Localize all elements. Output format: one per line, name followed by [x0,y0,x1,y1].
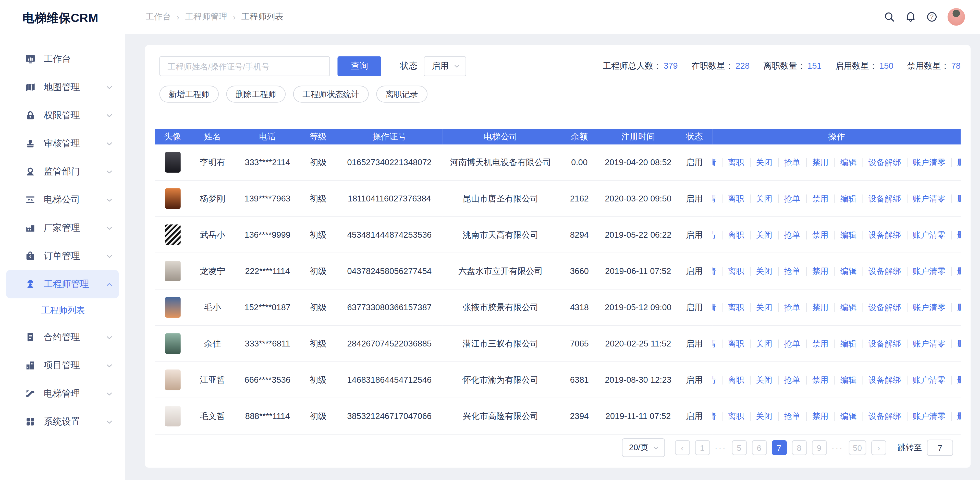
row-action-link[interactable]: 关闭 [750,158,778,166]
sidebar-item-audit[interactable]: 审核管理 [0,129,125,158]
row-action-link[interactable]: 删除 [952,230,961,239]
row-action-link[interactable]: 编辑 [835,376,863,384]
sidebar-item-project[interactable]: 项目管理 [0,351,125,380]
row-action-link[interactable]: 账户清零 [907,339,952,348]
row-action-link[interactable]: 删除 [952,376,961,384]
row-action-link[interactable]: 离职 [722,194,750,203]
row-action-link[interactable]: 编辑 [835,339,863,348]
row-action-link[interactable]: 删除 [952,303,961,312]
row-action-link[interactable]: 详情 [713,339,722,348]
breadcrumb-item[interactable]: 工程师列表 [241,11,283,22]
row-action-link[interactable]: 离职 [722,412,750,421]
help-icon[interactable]: ? [926,11,937,22]
sidebar-item-order[interactable]: 订单管理 [0,242,125,270]
row-action-link[interactable]: 抢单 [778,194,807,203]
row-action-link[interactable]: 账户清零 [907,230,952,239]
page-button-5[interactable]: 5 [732,440,747,455]
row-action-link[interactable]: 抢单 [778,303,807,312]
row-action-link[interactable]: 关闭 [750,303,778,312]
prev-page-button[interactable]: ‹ [675,440,690,455]
toolbar-button-2[interactable]: 工程师状态统计 [293,86,369,103]
row-action-link[interactable]: 账户清零 [907,266,952,275]
row-action-link[interactable]: 编辑 [835,158,863,166]
row-action-link[interactable]: 禁用 [807,266,835,275]
page-button-6[interactable]: 6 [752,440,767,455]
row-action-link[interactable]: 编辑 [835,303,863,312]
row-action-link[interactable]: 账户清零 [907,412,952,421]
row-action-link[interactable]: 禁用 [807,194,835,203]
sidebar-item-regulator[interactable]: 监管部门 [0,158,125,186]
status-select[interactable]: 启用 [424,56,466,76]
row-action-link[interactable]: 删除 [952,158,961,166]
row-action-link[interactable]: 离职 [722,303,750,312]
row-action-link[interactable]: 账户清零 [907,194,952,203]
sidebar-item-map[interactable]: 地图管理 [0,73,125,101]
row-action-link[interactable]: 删除 [952,266,961,275]
page-button-50[interactable]: 50 [849,440,866,455]
row-action-link[interactable]: 离职 [722,158,750,166]
row-action-link[interactable]: 设备解绑 [863,230,907,239]
row-action-link[interactable]: 离职 [722,339,750,348]
row-action-link[interactable]: 抢单 [778,376,807,384]
row-action-link[interactable]: 设备解绑 [863,303,907,312]
toolbar-button-1[interactable]: 删除工程师 [226,86,286,103]
toolbar-button-3[interactable]: 离职记录 [376,86,428,103]
row-action-link[interactable]: 删除 [952,412,961,421]
row-action-link[interactable]: 禁用 [807,412,835,421]
row-action-link[interactable]: 删除 [952,194,961,203]
row-action-link[interactable]: 抢单 [778,339,807,348]
row-action-link[interactable]: 抢单 [778,266,807,275]
row-action-link[interactable]: 账户清零 [907,303,952,312]
row-action-link[interactable]: 设备解绑 [863,339,907,348]
sidebar-item-workbench[interactable]: 工作台 [0,45,125,73]
breadcrumb-item[interactable]: 工程师管理 [185,11,227,22]
query-button[interactable]: 查询 [337,56,381,76]
row-action-link[interactable]: 关闭 [750,376,778,384]
row-action-link[interactable]: 详情 [713,412,722,421]
sidebar-item-elevator[interactable]: 电梯管理 [0,380,125,408]
row-action-link[interactable]: 账户清零 [907,376,952,384]
sidebar-item-permission[interactable]: 权限管理 [0,101,125,129]
row-action-link[interactable]: 详情 [713,230,722,239]
row-action-link[interactable]: 抢单 [778,412,807,421]
page-button-7[interactable]: 7 [772,440,787,455]
row-action-link[interactable]: 抢单 [778,230,807,239]
row-action-link[interactable]: 设备解绑 [863,266,907,275]
row-action-link[interactable]: 禁用 [807,339,835,348]
jump-page-input[interactable] [927,440,953,456]
row-action-link[interactable]: 编辑 [835,266,863,275]
row-action-link[interactable]: 离职 [722,376,750,384]
row-action-link[interactable]: 关闭 [750,412,778,421]
row-action-link[interactable]: 编辑 [835,230,863,239]
row-action-link[interactable]: 设备解绑 [863,376,907,384]
bell-icon[interactable] [905,11,916,22]
row-action-link[interactable]: 编辑 [835,194,863,203]
sidebar-item-elevator-company[interactable]: 电梯公司 [0,186,125,214]
row-action-link[interactable]: 详情 [713,376,722,384]
row-action-link[interactable]: 关闭 [750,194,778,203]
row-action-link[interactable]: 详情 [713,303,722,312]
row-action-link[interactable]: 关闭 [750,266,778,275]
search-icon[interactable] [884,11,895,22]
sidebar-item-manufacturer[interactable]: 厂家管理 [0,214,125,242]
row-action-link[interactable]: 关闭 [750,230,778,239]
row-action-link[interactable]: 关闭 [750,339,778,348]
toolbar-button-0[interactable]: 新增工程师 [159,86,219,103]
row-action-link[interactable]: 禁用 [807,303,835,312]
next-page-button[interactable]: › [871,440,886,455]
row-action-link[interactable]: 禁用 [807,158,835,166]
row-action-link[interactable]: 编辑 [835,412,863,421]
sidebar-subitem-engineer-list[interactable]: 工程师列表 [0,298,125,323]
row-action-link[interactable]: 禁用 [807,230,835,239]
page-size-select[interactable]: 20/页 [622,439,665,457]
row-action-link[interactable]: 账户清零 [907,158,952,166]
row-action-link[interactable]: 详情 [713,158,722,166]
page-button-8[interactable]: 8 [792,440,807,455]
row-action-link[interactable]: 设备解绑 [863,158,907,166]
sidebar-item-engineer[interactable]: 工程师管理 [6,270,119,298]
row-action-link[interactable]: 离职 [722,230,750,239]
row-action-link[interactable]: 抢单 [778,158,807,166]
search-input[interactable] [159,56,330,76]
page-button-1[interactable]: 1 [695,440,710,455]
row-action-link[interactable]: 设备解绑 [863,412,907,421]
